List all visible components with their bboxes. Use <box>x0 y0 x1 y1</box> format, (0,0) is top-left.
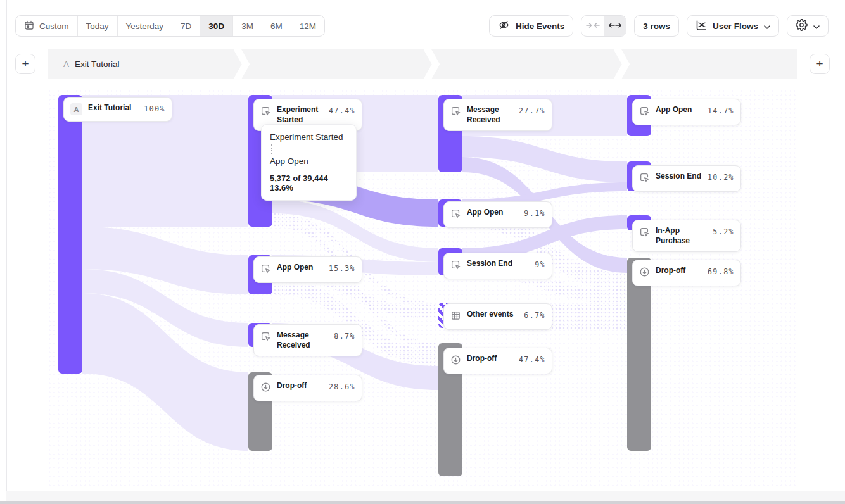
date-range-today[interactable]: Today <box>78 16 118 36</box>
event-cursor-icon <box>260 106 271 119</box>
node-label: Message Received <box>277 331 328 350</box>
event-cursor-icon <box>260 263 271 277</box>
footer-strip <box>6 491 845 501</box>
eye-off-icon <box>498 19 510 33</box>
collapse-arrows-icon <box>586 20 600 32</box>
date-range-7d[interactable]: 7D <box>172 16 200 36</box>
node-label: In-App Purchase <box>656 226 707 246</box>
date-range-12m[interactable]: 12M <box>291 16 324 36</box>
node-label: Session End <box>467 259 529 269</box>
collapse-columns-button[interactable] <box>581 16 604 36</box>
date-range-custom[interactable]: Custom <box>16 16 78 36</box>
tooltip-detail: 5,372 of 39,444 13.6% <box>270 173 348 192</box>
drop-off-icon <box>639 267 650 280</box>
calendar-icon <box>24 20 34 32</box>
date-range-label: Today <box>86 22 109 31</box>
step-name: Exit Tutorial <box>75 60 120 69</box>
date-range-label: 30D <box>208 22 224 31</box>
node-label: Session End <box>656 172 702 182</box>
chevron-down-icon <box>764 22 770 31</box>
node-card-message-received-step2[interactable]: Message Received8.7% <box>253 324 362 356</box>
node-label: Drop-off <box>656 266 702 276</box>
flow-tooltip: Experiment Started App Open 5,372 of 39,… <box>261 124 357 201</box>
step-letter-badge: A <box>70 103 82 115</box>
step-letter: A <box>63 60 69 69</box>
node-percent: 15.3% <box>329 264 355 273</box>
node-card-drop-off-step2[interactable]: Drop-off28.6% <box>253 375 362 401</box>
view-selector-dropdown[interactable]: User Flows <box>687 15 779 37</box>
step-chevron-separator <box>614 49 630 79</box>
node-card-session-end-step3[interactable]: Session End9% <box>443 253 552 279</box>
node-card-message-received-step3[interactable]: Message Received27.7% <box>443 99 552 131</box>
node-card-app-open-step4[interactable]: App Open14.7% <box>632 99 741 125</box>
tooltip-connector-dots <box>271 144 348 154</box>
node-label: Message Received <box>467 105 513 125</box>
event-cursor-icon <box>450 208 461 222</box>
event-cursor-icon <box>639 106 650 119</box>
node-percent: 5.2% <box>713 227 734 236</box>
node-percent: 47.4% <box>519 355 545 364</box>
tooltip-target-event: App Open <box>270 156 348 166</box>
node-percent: 69.8% <box>708 267 734 276</box>
view-selector-label: User Flows <box>713 22 758 31</box>
expand-columns-button[interactable] <box>604 16 626 36</box>
node-bar-exit-tutorial-step1[interactable] <box>58 95 82 374</box>
hide-events-label: Hide Events <box>516 22 564 31</box>
date-range-label: Yesterday <box>126 22 164 31</box>
canvas-left-border <box>6 0 7 504</box>
node-card-other-events-step3[interactable]: Other events6.7% <box>443 303 552 330</box>
node-percent: 100% <box>144 104 165 113</box>
step-a-label: A Exit Tutorial <box>63 49 120 79</box>
event-cursor-icon <box>639 227 650 240</box>
node-label: Other events <box>467 310 518 320</box>
date-range-yesterday[interactable]: Yesterday <box>118 16 173 36</box>
node-percent: 47.4% <box>329 106 355 115</box>
node-label: App Open <box>277 263 323 273</box>
hide-events-button[interactable]: Hide Events <box>489 15 573 37</box>
node-card-exit-tutorial-step1[interactable]: AExit Tutorial100% <box>63 97 172 122</box>
gear-icon <box>796 19 808 33</box>
date-range-label: 3M <box>241 22 253 31</box>
step-segment-2[interactable] <box>249 49 431 79</box>
event-cursor-icon <box>450 106 461 119</box>
node-card-drop-off-step3[interactable]: Drop-off47.4% <box>443 348 552 374</box>
step-segment-3[interactable] <box>439 49 621 79</box>
user-flows-icon <box>696 20 707 33</box>
event-cursor-icon <box>260 331 271 344</box>
grid-icon <box>450 310 461 324</box>
node-card-drop-off-step4[interactable]: Drop-off69.8% <box>632 260 741 286</box>
node-percent: 9% <box>535 260 545 269</box>
add-step-left-button[interactable]: + <box>15 54 35 74</box>
date-range-30d[interactable]: 30D <box>200 16 233 36</box>
node-card-app-open-step2[interactable]: App Open15.3% <box>253 256 362 283</box>
node-percent: 27.7% <box>519 106 545 115</box>
settings-dropdown[interactable] <box>787 15 829 37</box>
step-segment-4[interactable] <box>629 49 797 79</box>
node-label: Drop-off <box>467 354 513 364</box>
chevron-down-icon <box>813 22 820 31</box>
node-card-app-open-step3[interactable]: App Open9.1% <box>443 201 552 228</box>
date-range-6m[interactable]: 6M <box>262 16 291 36</box>
date-range-3m[interactable]: 3M <box>233 16 262 36</box>
node-percent: 8.7% <box>334 332 355 341</box>
collapse-expand-toggle <box>581 15 626 37</box>
date-range-label: 6M <box>270 22 283 31</box>
steps-breadcrumb: A Exit Tutorial <box>48 49 797 79</box>
node-label: Exit Tutorial <box>88 103 138 113</box>
bottom-scrollbar[interactable] <box>0 501 845 504</box>
chart-controls: Hide Events 3 rows User Fl <box>489 15 829 37</box>
node-label: Drop-off <box>277 381 323 391</box>
add-step-right-button[interactable]: + <box>810 54 830 74</box>
node-card-in-app-purchase-step4[interactable]: In-App Purchase5.2% <box>632 220 741 252</box>
node-percent: 14.7% <box>708 106 734 115</box>
date-range-label: 7D <box>181 22 191 31</box>
date-range-label: Custom <box>39 22 69 31</box>
node-card-session-end-step4[interactable]: Session End10.2% <box>632 165 741 192</box>
drop-off-icon <box>260 382 271 395</box>
drop-off-icon <box>450 355 461 368</box>
step-chevron-separator <box>424 49 440 79</box>
node-percent: 6.7% <box>524 311 545 320</box>
rows-button[interactable]: 3 rows <box>634 15 679 37</box>
rows-label: 3 rows <box>643 22 670 31</box>
node-bar-drop-off-step4[interactable] <box>627 258 651 451</box>
